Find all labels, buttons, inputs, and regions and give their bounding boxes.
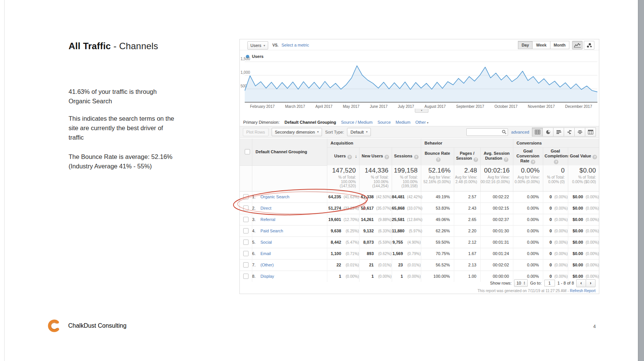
comparison-view-button[interactable]: [564, 128, 575, 137]
column-header-new-users[interactable]: New Users?: [359, 148, 392, 166]
table-view-button[interactable]: [532, 128, 543, 137]
column-header-users[interactable]: Users?↓: [327, 148, 359, 166]
metric-cell: $0.00(0.00%): [568, 191, 599, 202]
sort-type-label: Sort Type:: [325, 130, 344, 134]
metric-cell: 2.57: [454, 191, 480, 202]
row-checkbox[interactable]: [243, 262, 249, 268]
next-page-button[interactable]: ›: [586, 279, 596, 287]
metric-cell: 11,880(5.97%): [392, 225, 421, 237]
motion-chart-mode-button[interactable]: [584, 41, 594, 50]
scatter-dots-icon: [586, 43, 592, 48]
help-icon[interactable]: ?: [554, 160, 558, 164]
week-button[interactable]: Week: [532, 41, 550, 49]
column-header-goal-completions[interactable]: Goal Completions?: [543, 148, 568, 166]
metric-cell: 2.43: [454, 202, 480, 214]
x-axis-label: November 2017: [528, 104, 555, 109]
metric-dropdown[interactable]: Users▾: [247, 41, 268, 50]
row-checkbox[interactable]: [243, 251, 249, 256]
help-icon[interactable]: ?: [436, 157, 441, 162]
select-all-checkbox[interactable]: [245, 149, 250, 154]
dimension-medium[interactable]: Medium: [395, 120, 410, 124]
metric-cell: $0.00(0.00%): [568, 214, 599, 225]
help-icon[interactable]: ?: [347, 155, 352, 159]
column-header-goal-value[interactable]: Goal Value?: [568, 148, 599, 166]
metric-cell: 2.20: [454, 225, 480, 237]
metric-cell: 50,617(35.07%): [359, 202, 392, 214]
channel-link[interactable]: Referral: [261, 217, 275, 222]
channel-link[interactable]: Direct: [261, 206, 272, 210]
channel-link[interactable]: (Other): [261, 263, 274, 267]
column-header-avg-session-duration[interactable]: Avg. Session Duration?: [480, 148, 513, 166]
metric-cell: 59.50%: [421, 237, 454, 248]
channel-link[interactable]: Organic Search: [261, 195, 289, 199]
dimension-default-channel-grouping[interactable]: Default Channel Grouping: [284, 120, 336, 124]
column-header-bounce-rate[interactable]: Bounce Rate?: [421, 148, 454, 166]
sort-desc-icon: ↓: [355, 154, 357, 159]
secondary-dimension-dropdown[interactable]: Secondary dimension▾: [272, 128, 322, 136]
table-body: 147,520% of Total: 100.00% (147,520)144,…: [240, 165, 599, 282]
dimension-column-header[interactable]: Default Channel Grouping: [252, 138, 327, 165]
performance-view-button[interactable]: [553, 128, 564, 137]
plot-rows-button[interactable]: Plot Rows: [243, 128, 269, 136]
sort-type-dropdown[interactable]: Default▾: [347, 128, 371, 136]
select-metric-link[interactable]: Select a metric: [281, 43, 309, 47]
day-button[interactable]: Day: [518, 41, 533, 49]
metric-cell: $0.00(0.00%): [568, 237, 599, 248]
column-header-goal-conversion-rate[interactable]: Goal Conversion Rate?: [513, 148, 543, 166]
footer-brand: ChalkDust Consulting: [47, 319, 127, 333]
row-checkbox[interactable]: [243, 205, 249, 211]
metric-cell: 0(0.00%): [543, 225, 568, 237]
dimension-source-medium[interactable]: Source / Medium: [341, 120, 372, 124]
row-rank: 6.: [252, 251, 261, 256]
prev-page-button[interactable]: ‹: [576, 279, 586, 287]
show-rows-select[interactable]: 10▲▼: [514, 279, 527, 287]
refresh-report-link[interactable]: Refresh Report: [570, 289, 596, 293]
granularity-toggle: Day Week Month: [518, 41, 569, 49]
advanced-search-link[interactable]: advanced: [511, 130, 529, 134]
table-row: 3.Referral19,601(12.70%)14,261(9.88%)25,…: [240, 214, 599, 225]
dimension-other-dropdown[interactable]: Other ▾: [415, 120, 428, 124]
total-cell: 0% of Total: 0.00% (0): [543, 165, 568, 191]
x-axis-label: April 2017: [316, 104, 333, 109]
x-axis-label: August 2017: [425, 104, 446, 109]
metric-cell: 70.75%: [421, 248, 454, 259]
metric-cell: 0(0.00%): [543, 259, 568, 271]
help-icon[interactable]: ?: [504, 157, 508, 162]
metric-cell: 0.00%: [513, 202, 543, 214]
channel-link[interactable]: Paid Search: [261, 229, 283, 233]
x-axis-label: March 2017: [285, 104, 305, 109]
goto-page-input[interactable]: 1: [544, 280, 555, 286]
row-rank: 7.: [252, 263, 261, 267]
row-checkbox[interactable]: [243, 194, 249, 199]
percentage-view-button[interactable]: [542, 128, 553, 137]
help-icon[interactable]: ?: [414, 155, 419, 159]
x-axis-label: May 2017: [343, 104, 360, 109]
table-search-input[interactable]: [466, 128, 508, 136]
help-icon[interactable]: ?: [592, 155, 597, 159]
metric-cell: 64,235(41.63%): [327, 191, 359, 202]
timeline-expander[interactable]: ▾: [415, 109, 428, 113]
chevron-down-icon: ▾: [427, 121, 428, 124]
help-icon[interactable]: ?: [531, 160, 535, 164]
channel-link[interactable]: Social: [261, 240, 272, 244]
chevron-down-icon: ▾: [317, 130, 319, 134]
help-icon[interactable]: ?: [474, 157, 478, 162]
column-header-pages-session[interactable]: Pages / Session?: [454, 148, 480, 166]
row-checkbox[interactable]: [243, 217, 249, 222]
help-icon[interactable]: ?: [385, 155, 389, 159]
row-checkbox[interactable]: [243, 228, 249, 233]
metric-cell: $0.00(0.00%): [568, 248, 599, 259]
body-paragraph-3: The Bounce Rate is average: 52.16% (Indu…: [69, 152, 205, 171]
month-button[interactable]: Month: [550, 41, 570, 49]
row-checkbox[interactable]: [243, 240, 249, 245]
metric-cell: 19,601(12.70%): [327, 214, 359, 225]
dimension-source[interactable]: Source: [377, 120, 391, 124]
column-header-sessions[interactable]: Sessions?: [392, 148, 421, 166]
line-chart-mode-button[interactable]: [572, 41, 583, 50]
pivot-view-button[interactable]: [585, 128, 596, 137]
channel-link[interactable]: Email: [261, 251, 271, 256]
metric-cell: 1,100(0.71%): [327, 248, 359, 259]
term-cloud-view-button[interactable]: [574, 128, 585, 137]
metric-dropdown-value: Users: [250, 43, 261, 48]
metric-cell: 00:01:30: [480, 225, 513, 237]
